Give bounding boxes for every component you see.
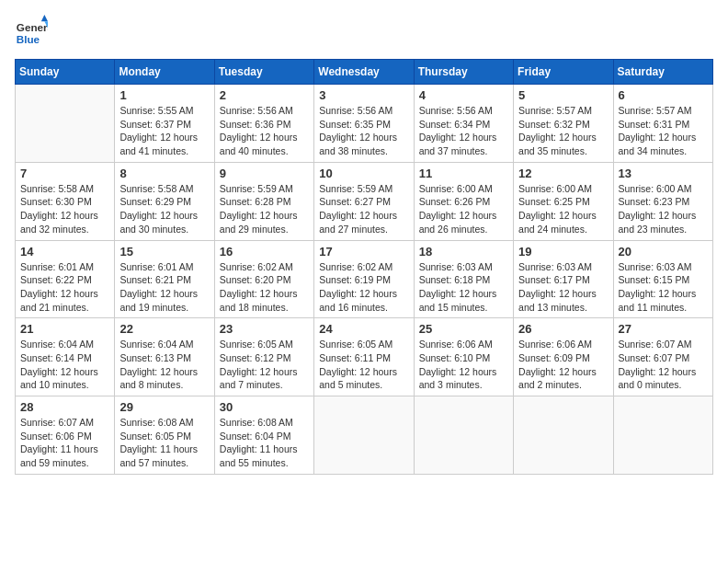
logo-icon: General Blue bbox=[15, 15, 48, 48]
day-number: 16 bbox=[220, 245, 309, 259]
calendar-cell: 19Sunrise: 6:03 AM Sunset: 6:17 PM Dayli… bbox=[514, 240, 613, 318]
day-number: 14 bbox=[20, 245, 109, 259]
calendar-cell bbox=[613, 396, 712, 475]
calendar-cell bbox=[414, 396, 513, 475]
calendar-cell: 26Sunrise: 6:06 AM Sunset: 6:09 PM Dayli… bbox=[514, 318, 613, 396]
svg-text:Blue: Blue bbox=[17, 33, 40, 45]
day-info: Sunrise: 5:58 AM Sunset: 6:29 PM Dayligh… bbox=[119, 182, 209, 236]
calendar-cell: 2Sunrise: 5:56 AM Sunset: 6:36 PM Daylig… bbox=[214, 85, 313, 163]
day-info: Sunrise: 6:07 AM Sunset: 6:07 PM Dayligh… bbox=[619, 338, 708, 392]
calendar-cell: 17Sunrise: 6:02 AM Sunset: 6:19 PM Dayli… bbox=[314, 240, 414, 318]
day-number: 29 bbox=[119, 400, 209, 414]
calendar-cell: 24Sunrise: 6:05 AM Sunset: 6:11 PM Dayli… bbox=[314, 318, 414, 396]
svg-text:General: General bbox=[17, 21, 48, 33]
day-info: Sunrise: 5:56 AM Sunset: 6:36 PM Dayligh… bbox=[220, 104, 309, 158]
weekday-header-sunday: Sunday bbox=[16, 60, 115, 85]
day-number: 11 bbox=[419, 167, 508, 180]
day-info: Sunrise: 6:00 AM Sunset: 6:23 PM Dayligh… bbox=[619, 182, 708, 236]
calendar-cell: 16Sunrise: 6:02 AM Sunset: 6:20 PM Dayli… bbox=[214, 240, 313, 318]
day-info: Sunrise: 6:06 AM Sunset: 6:10 PM Dayligh… bbox=[419, 338, 508, 392]
day-number: 28 bbox=[20, 400, 109, 414]
calendar-cell: 22Sunrise: 6:04 AM Sunset: 6:13 PM Dayli… bbox=[115, 318, 214, 396]
day-number: 24 bbox=[319, 322, 408, 336]
day-info: Sunrise: 6:04 AM Sunset: 6:14 PM Dayligh… bbox=[20, 338, 109, 392]
day-info: Sunrise: 5:59 AM Sunset: 6:27 PM Dayligh… bbox=[319, 182, 408, 236]
day-number: 27 bbox=[619, 322, 708, 336]
day-info: Sunrise: 5:56 AM Sunset: 6:34 PM Dayligh… bbox=[419, 104, 508, 158]
day-number: 2 bbox=[220, 88, 309, 102]
calendar-cell: 13Sunrise: 6:00 AM Sunset: 6:23 PM Dayli… bbox=[613, 162, 712, 240]
day-number: 3 bbox=[319, 88, 408, 102]
day-number: 22 bbox=[119, 322, 209, 336]
calendar-cell: 27Sunrise: 6:07 AM Sunset: 6:07 PM Dayli… bbox=[613, 318, 712, 396]
calendar-cell: 3Sunrise: 5:56 AM Sunset: 6:35 PM Daylig… bbox=[314, 85, 414, 163]
day-number: 26 bbox=[518, 322, 608, 336]
calendar-cell: 5Sunrise: 5:57 AM Sunset: 6:32 PM Daylig… bbox=[514, 85, 613, 163]
calendar-cell: 20Sunrise: 6:03 AM Sunset: 6:15 PM Dayli… bbox=[613, 240, 712, 318]
day-info: Sunrise: 6:00 AM Sunset: 6:25 PM Dayligh… bbox=[518, 182, 608, 236]
calendar-table: SundayMondayTuesdayWednesdayThursdayFrid… bbox=[15, 59, 713, 475]
calendar-cell bbox=[514, 396, 613, 475]
calendar-cell: 29Sunrise: 6:08 AM Sunset: 6:05 PM Dayli… bbox=[115, 396, 214, 475]
logo: General Blue bbox=[15, 15, 48, 48]
day-info: Sunrise: 5:55 AM Sunset: 6:37 PM Dayligh… bbox=[119, 104, 209, 158]
day-info: Sunrise: 6:05 AM Sunset: 6:12 PM Dayligh… bbox=[220, 338, 309, 392]
calendar-cell: 8Sunrise: 5:58 AM Sunset: 6:29 PM Daylig… bbox=[115, 162, 214, 240]
day-info: Sunrise: 5:56 AM Sunset: 6:35 PM Dayligh… bbox=[319, 104, 408, 158]
day-number: 13 bbox=[619, 167, 708, 180]
calendar-cell bbox=[314, 396, 414, 475]
calendar-header-row: SundayMondayTuesdayWednesdayThursdayFrid… bbox=[16, 60, 713, 85]
day-info: Sunrise: 6:00 AM Sunset: 6:26 PM Dayligh… bbox=[419, 182, 508, 236]
day-info: Sunrise: 5:59 AM Sunset: 6:28 PM Dayligh… bbox=[220, 182, 309, 236]
day-info: Sunrise: 6:01 AM Sunset: 6:22 PM Dayligh… bbox=[20, 260, 109, 315]
day-number: 19 bbox=[518, 245, 608, 259]
day-number: 18 bbox=[419, 245, 508, 259]
weekday-header-monday: Monday bbox=[115, 60, 214, 85]
day-info: Sunrise: 6:02 AM Sunset: 6:19 PM Dayligh… bbox=[319, 260, 408, 315]
day-number: 12 bbox=[518, 167, 608, 180]
calendar-cell: 1Sunrise: 5:55 AM Sunset: 6:37 PM Daylig… bbox=[115, 85, 214, 163]
day-info: Sunrise: 5:57 AM Sunset: 6:31 PM Dayligh… bbox=[619, 104, 708, 158]
calendar-cell: 23Sunrise: 6:05 AM Sunset: 6:12 PM Dayli… bbox=[214, 318, 313, 396]
calendar-cell: 18Sunrise: 6:03 AM Sunset: 6:18 PM Dayli… bbox=[414, 240, 513, 318]
day-info: Sunrise: 6:03 AM Sunset: 6:15 PM Dayligh… bbox=[619, 260, 708, 315]
day-info: Sunrise: 5:58 AM Sunset: 6:30 PM Dayligh… bbox=[20, 182, 109, 236]
page-header: General Blue bbox=[15, 15, 713, 48]
day-number: 17 bbox=[319, 245, 408, 259]
weekday-header-wednesday: Wednesday bbox=[314, 60, 414, 85]
calendar-cell: 4Sunrise: 5:56 AM Sunset: 6:34 PM Daylig… bbox=[414, 85, 513, 163]
calendar-week-row: 28Sunrise: 6:07 AM Sunset: 6:06 PM Dayli… bbox=[16, 396, 713, 475]
day-info: Sunrise: 6:05 AM Sunset: 6:11 PM Dayligh… bbox=[319, 338, 408, 392]
calendar-cell: 14Sunrise: 6:01 AM Sunset: 6:22 PM Dayli… bbox=[16, 240, 115, 318]
calendar-week-row: 21Sunrise: 6:04 AM Sunset: 6:14 PM Dayli… bbox=[16, 318, 713, 396]
calendar-cell: 15Sunrise: 6:01 AM Sunset: 6:21 PM Dayli… bbox=[115, 240, 214, 318]
calendar-cell: 11Sunrise: 6:00 AM Sunset: 6:26 PM Dayli… bbox=[414, 162, 513, 240]
calendar-cell: 6Sunrise: 5:57 AM Sunset: 6:31 PM Daylig… bbox=[613, 85, 712, 163]
calendar-cell bbox=[16, 85, 115, 163]
calendar-cell: 12Sunrise: 6:00 AM Sunset: 6:25 PM Dayli… bbox=[514, 162, 613, 240]
weekday-header-saturday: Saturday bbox=[613, 60, 712, 85]
calendar-cell: 7Sunrise: 5:58 AM Sunset: 6:30 PM Daylig… bbox=[16, 162, 115, 240]
day-number: 6 bbox=[619, 88, 708, 102]
day-info: Sunrise: 6:01 AM Sunset: 6:21 PM Dayligh… bbox=[119, 260, 209, 315]
calendar-cell: 25Sunrise: 6:06 AM Sunset: 6:10 PM Dayli… bbox=[414, 318, 513, 396]
calendar-body: 1Sunrise: 5:55 AM Sunset: 6:37 PM Daylig… bbox=[16, 85, 713, 475]
weekday-header-thursday: Thursday bbox=[414, 60, 513, 85]
day-info: Sunrise: 6:03 AM Sunset: 6:18 PM Dayligh… bbox=[419, 260, 508, 315]
day-info: Sunrise: 6:08 AM Sunset: 6:05 PM Dayligh… bbox=[119, 416, 209, 470]
day-info: Sunrise: 6:06 AM Sunset: 6:09 PM Dayligh… bbox=[518, 338, 608, 392]
day-info: Sunrise: 6:04 AM Sunset: 6:13 PM Dayligh… bbox=[119, 338, 209, 392]
day-number: 20 bbox=[619, 245, 708, 259]
weekday-header-tuesday: Tuesday bbox=[214, 60, 313, 85]
calendar-cell: 30Sunrise: 6:08 AM Sunset: 6:04 PM Dayli… bbox=[214, 396, 313, 475]
day-number: 15 bbox=[119, 245, 209, 259]
day-number: 25 bbox=[419, 322, 508, 336]
day-info: Sunrise: 5:57 AM Sunset: 6:32 PM Dayligh… bbox=[518, 104, 608, 158]
day-number: 1 bbox=[119, 88, 209, 102]
day-info: Sunrise: 6:03 AM Sunset: 6:17 PM Dayligh… bbox=[518, 260, 608, 315]
day-number: 30 bbox=[220, 400, 309, 414]
day-number: 8 bbox=[119, 167, 209, 180]
day-number: 21 bbox=[20, 322, 109, 336]
calendar-cell: 10Sunrise: 5:59 AM Sunset: 6:27 PM Dayli… bbox=[314, 162, 414, 240]
day-number: 9 bbox=[220, 167, 309, 180]
